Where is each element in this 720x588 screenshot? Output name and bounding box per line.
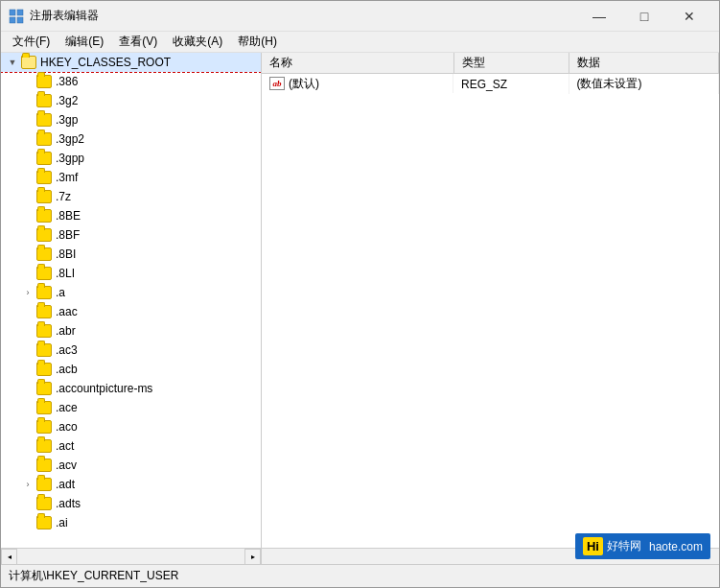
watermark-url: haote.com [649, 540, 703, 553]
spacer-icon [20, 151, 35, 166]
folder-icon [36, 343, 52, 357]
list-item[interactable]: › .adt [1, 475, 261, 494]
node-label: .3gpp [56, 152, 84, 165]
list-item[interactable]: .ai [1, 513, 261, 532]
left-horizontal-scrollbar[interactable]: ◂ ▸ [1, 548, 261, 564]
folder-open-icon [21, 56, 36, 69]
list-item[interactable]: .8BI [1, 245, 261, 264]
menu-bar: 文件(F) 编辑(E) 查看(V) 收藏夹(A) 帮助(H) [1, 32, 719, 53]
list-item[interactable]: .386 [1, 72, 261, 91]
menu-favorites[interactable]: 收藏夹(A) [165, 32, 230, 52]
folder-icon [36, 75, 52, 88]
list-item[interactable]: .aco [1, 417, 261, 436]
list-item[interactable]: .3gp2 [1, 129, 261, 149]
node-label: .3mf [56, 171, 78, 184]
node-label: .3g2 [56, 94, 78, 107]
folder-icon [36, 247, 52, 261]
regedit-window: 注册表编辑器 — □ ✕ 文件(F) 编辑(E) 查看(V) 收藏夹(A) 帮助… [0, 0, 720, 588]
list-item[interactable]: .abr [1, 321, 261, 341]
spacer-icon [20, 266, 35, 281]
list-item[interactable]: .7z [1, 187, 261, 206]
list-item[interactable]: .acb [1, 360, 261, 379]
list-item[interactable]: .3gp [1, 110, 261, 129]
list-item[interactable]: .3g2 [1, 91, 261, 110]
node-label: .abr [56, 324, 76, 338]
maximize-button[interactable]: □ [622, 1, 666, 32]
table-row[interactable]: ab (默认) REG_SZ (数值未设置) [262, 74, 719, 95]
node-label: .3gp2 [56, 132, 84, 146]
app-icon [9, 9, 24, 24]
list-item[interactable]: .8BE [1, 206, 261, 225]
spacer-icon [20, 362, 35, 377]
list-item[interactable]: .act [1, 436, 261, 456]
tree-area[interactable]: ▼ HKEY_CLASSES_ROOT .386 .3g2 [1, 53, 261, 548]
svg-rect-2 [10, 17, 15, 23]
spacer-icon [20, 74, 35, 89]
spacer-icon [20, 419, 35, 435]
menu-view[interactable]: 查看(V) [111, 32, 165, 52]
list-item[interactable]: .adts [1, 494, 261, 513]
node-label: .7z [56, 190, 71, 203]
folder-icon [36, 439, 52, 453]
menu-file[interactable]: 文件(F) [5, 32, 58, 52]
folder-icon [36, 171, 52, 184]
values-table-area[interactable]: 名称 类型 数据 ab (默认) REG_SZ [262, 53, 719, 548]
node-label: .8BI [56, 247, 76, 261]
spacer-icon [20, 247, 35, 262]
value-name-text: (默认) [289, 76, 319, 92]
node-label: .acb [56, 363, 78, 376]
list-item[interactable]: .ac3 [1, 341, 261, 360]
col-type-header: 类型 [453, 53, 569, 74]
node-label: .3gp [56, 113, 78, 127]
menu-help[interactable]: 帮助(H) [230, 32, 285, 52]
folder-icon [36, 152, 52, 165]
list-item[interactable]: .8BF [1, 225, 261, 245]
value-data-cell: (数值未设置) [569, 74, 719, 95]
folder-icon [36, 401, 52, 414]
watermark-site: 好特网 [607, 538, 641, 554]
status-bar: 计算机\HKEY_CURRENT_USER [1, 564, 719, 587]
list-item[interactable]: .ace [1, 398, 261, 417]
list-item[interactable]: .3mf [1, 168, 261, 187]
folder-icon [36, 382, 52, 395]
node-label: .acv [56, 459, 77, 472]
folder-icon [36, 497, 52, 510]
minimize-button[interactable]: — [577, 1, 621, 32]
node-label: .adt [56, 478, 75, 491]
list-item[interactable]: .aac [1, 302, 261, 321]
spacer-icon [20, 189, 35, 204]
list-item[interactable]: .accountpicture-ms [1, 379, 261, 398]
folder-icon [36, 516, 52, 529]
svg-rect-3 [17, 17, 23, 23]
scroll-left-arrow[interactable]: ◂ [1, 549, 17, 565]
node-label: .ac3 [56, 343, 78, 357]
expand-icon: › [20, 285, 35, 300]
spacer-icon [20, 227, 35, 243]
window-controls: — □ ✕ [577, 1, 711, 32]
node-label: .adts [56, 497, 81, 510]
menu-edit[interactable]: 编辑(E) [58, 32, 111, 52]
collapse-icon: ▼ [5, 55, 20, 70]
tree-root-node[interactable]: ▼ HKEY_CLASSES_ROOT [1, 53, 261, 72]
reg-value-icon: ab [269, 77, 285, 90]
folder-icon [36, 132, 52, 146]
spacer-icon [20, 342, 35, 358]
folder-icon [36, 363, 52, 376]
node-label: .ai [56, 516, 68, 529]
node-label: .ace [56, 401, 78, 414]
spacer-icon [20, 381, 35, 396]
list-item[interactable]: .acv [1, 456, 261, 475]
node-label: .8LI [56, 267, 75, 280]
folder-icon [36, 324, 52, 338]
list-item[interactable]: .3gpp [1, 149, 261, 168]
list-item[interactable]: › .a [1, 283, 261, 302]
node-label: .accountpicture-ms [56, 382, 152, 395]
title-bar: 注册表编辑器 — □ ✕ [1, 1, 719, 32]
list-item[interactable]: .8LI [1, 264, 261, 283]
expand-icon: › [20, 477, 35, 492]
scroll-track[interactable] [17, 549, 244, 565]
scroll-right-arrow[interactable]: ▸ [244, 549, 261, 565]
folder-icon [36, 286, 52, 299]
node-label: .aco [56, 420, 78, 434]
close-button[interactable]: ✕ [667, 1, 711, 32]
